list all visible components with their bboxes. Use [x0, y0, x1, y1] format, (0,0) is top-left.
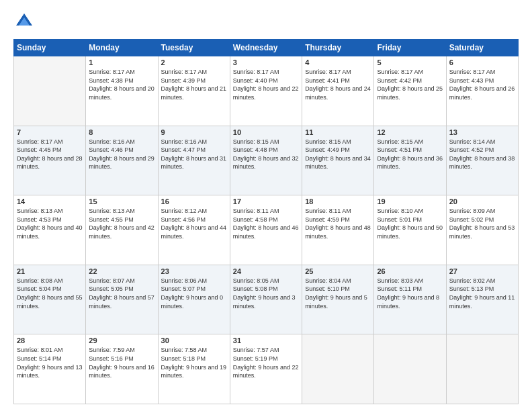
day-number: 8 [89, 128, 154, 136]
logo-icon [13, 11, 35, 32]
calendar-day-cell: 17Sunrise: 8:11 AMSunset: 4:58 PMDayligh… [230, 195, 302, 265]
calendar-week-row: 1Sunrise: 8:17 AMSunset: 4:38 PMDaylight… [14, 56, 519, 126]
logo [13, 11, 38, 32]
day-number: 3 [233, 58, 299, 66]
calendar-day-cell [374, 334, 446, 404]
calendar-day-cell: 13Sunrise: 8:14 AMSunset: 4:52 PMDayligh… [446, 126, 518, 195]
day-number: 31 [233, 336, 299, 345]
calendar-day-cell: 14Sunrise: 8:13 AMSunset: 4:53 PMDayligh… [14, 195, 86, 265]
weekday-header: Wednesday [230, 40, 302, 56]
day-info: Sunrise: 8:17 AMSunset: 4:41 PMDaylight:… [305, 68, 371, 101]
day-info: Sunrise: 8:14 AMSunset: 4:52 PMDaylight:… [449, 138, 515, 171]
day-number: 22 [89, 267, 154, 275]
day-info: Sunrise: 7:59 AMSunset: 5:16 PMDaylight:… [89, 346, 154, 379]
day-info: Sunrise: 7:58 AMSunset: 5:18 PMDaylight:… [161, 346, 227, 379]
day-number: 25 [305, 267, 371, 275]
day-info: Sunrise: 8:12 AMSunset: 4:56 PMDaylight:… [161, 207, 227, 240]
weekday-header: Saturday [446, 40, 518, 56]
day-number: 27 [449, 267, 515, 275]
calendar-day-cell: 2Sunrise: 8:17 AMSunset: 4:39 PMDaylight… [158, 56, 230, 126]
calendar-day-cell: 31Sunrise: 7:57 AMSunset: 5:19 PMDayligh… [230, 334, 302, 404]
weekday-header: Sunday [14, 40, 86, 56]
day-info: Sunrise: 8:17 AMSunset: 4:40 PMDaylight:… [233, 68, 299, 101]
day-info: Sunrise: 8:01 AMSunset: 5:14 PMDaylight:… [17, 346, 83, 379]
calendar-day-cell: 28Sunrise: 8:01 AMSunset: 5:14 PMDayligh… [14, 334, 86, 404]
day-number: 7 [17, 128, 83, 136]
calendar-header-row: SundayMondayTuesdayWednesdayThursdayFrid… [14, 40, 519, 56]
day-number: 6 [449, 58, 515, 66]
day-info: Sunrise: 8:16 AMSunset: 4:46 PMDaylight:… [89, 138, 154, 171]
page: SundayMondayTuesdayWednesdayThursdayFrid… [0, 0, 532, 411]
calendar-day-cell: 24Sunrise: 8:05 AMSunset: 5:08 PMDayligh… [230, 265, 302, 334]
calendar-day-cell [446, 334, 518, 404]
day-info: Sunrise: 8:15 AMSunset: 4:48 PMDaylight:… [233, 138, 299, 171]
calendar-day-cell: 7Sunrise: 8:17 AMSunset: 4:45 PMDaylight… [14, 126, 86, 195]
calendar-day-cell: 26Sunrise: 8:03 AMSunset: 5:11 PMDayligh… [374, 265, 446, 334]
day-info: Sunrise: 8:17 AMSunset: 4:42 PMDaylight:… [377, 68, 443, 101]
day-info: Sunrise: 8:11 AMSunset: 4:59 PMDaylight:… [305, 207, 371, 240]
day-number: 9 [161, 128, 227, 136]
day-number: 14 [17, 197, 83, 205]
calendar-day-cell: 10Sunrise: 8:15 AMSunset: 4:48 PMDayligh… [230, 126, 302, 195]
calendar-week-row: 21Sunrise: 8:08 AMSunset: 5:04 PMDayligh… [14, 265, 519, 334]
day-info: Sunrise: 7:57 AMSunset: 5:19 PMDaylight:… [233, 346, 299, 379]
calendar-day-cell: 27Sunrise: 8:02 AMSunset: 5:13 PMDayligh… [446, 265, 518, 334]
day-info: Sunrise: 8:06 AMSunset: 5:07 PMDaylight:… [161, 277, 227, 310]
day-info: Sunrise: 8:16 AMSunset: 4:47 PMDaylight:… [161, 138, 227, 171]
day-number: 16 [161, 197, 227, 205]
calendar-day-cell: 29Sunrise: 7:59 AMSunset: 5:16 PMDayligh… [86, 334, 158, 404]
calendar-week-row: 14Sunrise: 8:13 AMSunset: 4:53 PMDayligh… [14, 195, 519, 265]
calendar-day-cell: 6Sunrise: 8:17 AMSunset: 4:43 PMDaylight… [446, 56, 518, 126]
day-info: Sunrise: 8:11 AMSunset: 4:58 PMDaylight:… [233, 207, 299, 240]
day-info: Sunrise: 8:17 AMSunset: 4:39 PMDaylight:… [161, 68, 227, 101]
day-number: 15 [89, 197, 154, 205]
calendar-day-cell: 23Sunrise: 8:06 AMSunset: 5:07 PMDayligh… [158, 265, 230, 334]
day-info: Sunrise: 8:13 AMSunset: 4:53 PMDaylight:… [17, 207, 83, 240]
day-number: 21 [17, 267, 83, 275]
calendar-day-cell: 8Sunrise: 8:16 AMSunset: 4:46 PMDaylight… [86, 126, 158, 195]
day-number: 29 [89, 336, 154, 345]
day-number: 26 [377, 267, 443, 275]
weekday-header: Friday [374, 40, 446, 56]
calendar-day-cell: 16Sunrise: 8:12 AMSunset: 4:56 PMDayligh… [158, 195, 230, 265]
weekday-header: Tuesday [158, 40, 230, 56]
day-info: Sunrise: 8:09 AMSunset: 5:02 PMDaylight:… [449, 207, 515, 240]
weekday-header: Monday [86, 40, 158, 56]
day-number: 5 [377, 58, 443, 66]
calendar-week-row: 7Sunrise: 8:17 AMSunset: 4:45 PMDaylight… [14, 126, 519, 195]
calendar-day-cell: 21Sunrise: 8:08 AMSunset: 5:04 PMDayligh… [14, 265, 86, 334]
calendar-day-cell: 22Sunrise: 8:07 AMSunset: 5:05 PMDayligh… [86, 265, 158, 334]
day-number: 30 [161, 336, 227, 345]
day-number: 18 [305, 197, 371, 205]
weekday-header: Thursday [302, 40, 374, 56]
calendar-day-cell: 19Sunrise: 8:10 AMSunset: 5:01 PMDayligh… [374, 195, 446, 265]
day-number: 23 [161, 267, 227, 275]
header [13, 11, 519, 32]
calendar-day-cell: 1Sunrise: 8:17 AMSunset: 4:38 PMDaylight… [86, 56, 158, 126]
day-info: Sunrise: 8:03 AMSunset: 5:11 PMDaylight:… [377, 277, 443, 310]
calendar-day-cell: 9Sunrise: 8:16 AMSunset: 4:47 PMDaylight… [158, 126, 230, 195]
calendar-day-cell: 15Sunrise: 8:13 AMSunset: 4:55 PMDayligh… [86, 195, 158, 265]
day-info: Sunrise: 8:05 AMSunset: 5:08 PMDaylight:… [233, 277, 299, 310]
calendar-day-cell: 4Sunrise: 8:17 AMSunset: 4:41 PMDaylight… [302, 56, 374, 126]
calendar-day-cell [302, 334, 374, 404]
day-info: Sunrise: 8:17 AMSunset: 4:43 PMDaylight:… [449, 68, 515, 101]
day-number: 13 [449, 128, 515, 136]
calendar-day-cell: 30Sunrise: 7:58 AMSunset: 5:18 PMDayligh… [158, 334, 230, 404]
day-number: 1 [89, 58, 154, 66]
day-number: 19 [377, 197, 443, 205]
day-number: 12 [377, 128, 443, 136]
calendar-day-cell [14, 56, 86, 126]
day-number: 2 [161, 58, 227, 66]
calendar-day-cell: 20Sunrise: 8:09 AMSunset: 5:02 PMDayligh… [446, 195, 518, 265]
calendar-day-cell: 3Sunrise: 8:17 AMSunset: 4:40 PMDaylight… [230, 56, 302, 126]
day-info: Sunrise: 8:13 AMSunset: 4:55 PMDaylight:… [89, 207, 154, 240]
day-number: 4 [305, 58, 371, 66]
day-info: Sunrise: 8:07 AMSunset: 5:05 PMDaylight:… [89, 277, 154, 310]
calendar-day-cell: 25Sunrise: 8:04 AMSunset: 5:10 PMDayligh… [302, 265, 374, 334]
day-number: 17 [233, 197, 299, 205]
day-info: Sunrise: 8:08 AMSunset: 5:04 PMDaylight:… [17, 277, 83, 310]
day-info: Sunrise: 8:02 AMSunset: 5:13 PMDaylight:… [449, 277, 515, 310]
calendar-week-row: 28Sunrise: 8:01 AMSunset: 5:14 PMDayligh… [14, 334, 519, 404]
calendar-day-cell: 12Sunrise: 8:15 AMSunset: 4:51 PMDayligh… [374, 126, 446, 195]
